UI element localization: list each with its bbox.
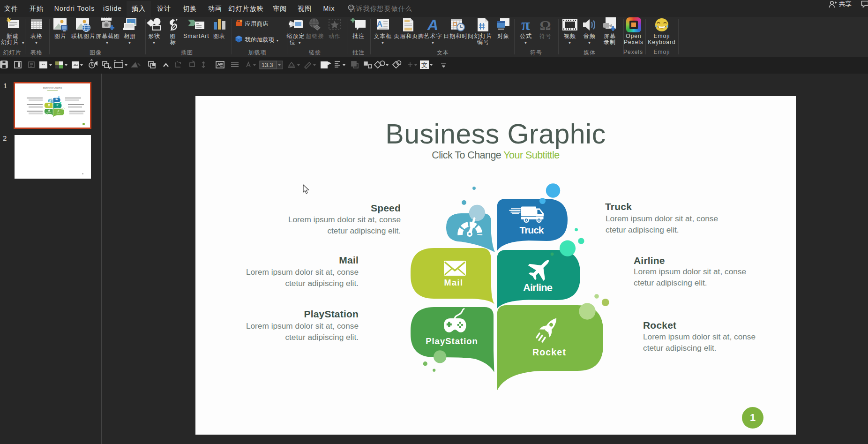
svg-text:Rocket: Rocket (532, 347, 566, 357)
svg-text:Ω: Ω (539, 17, 551, 32)
svg-text:π: π (521, 17, 531, 32)
svg-text:Mail: Mail (444, 278, 463, 287)
svg-text:Truck: Truck (519, 225, 544, 235)
svg-text:文: 文 (421, 61, 427, 68)
svg-text:13.3: 13.3 (262, 62, 273, 68)
svg-text:Airline: Airline (523, 282, 553, 293)
svg-text:PlayStation: PlayStation (426, 336, 478, 346)
svg-text:A: A (427, 17, 439, 32)
svg-text:A: A (377, 20, 383, 29)
